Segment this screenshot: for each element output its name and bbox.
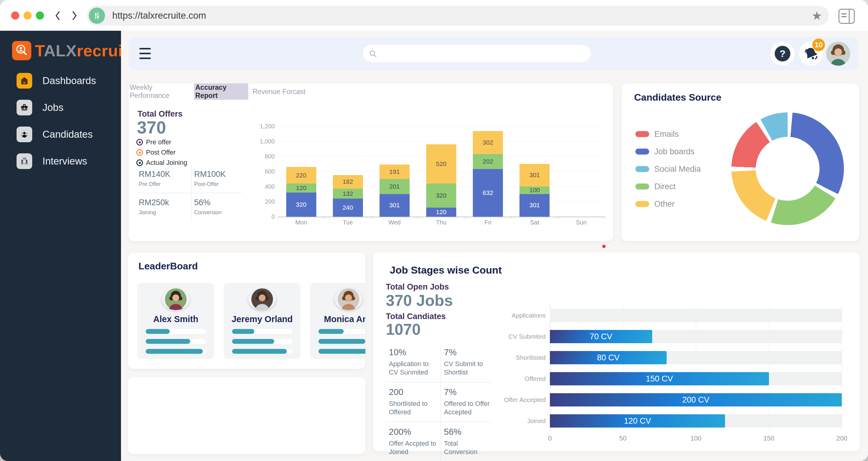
- progress-fill: [318, 329, 344, 334]
- y-axis-tick: 200: [258, 198, 275, 205]
- browser-chrome: ★: [0, 0, 868, 31]
- bar-column-sat: 301100301: [512, 126, 558, 217]
- person-progress-bars: [232, 329, 292, 359]
- hbar-trackwrap: 150 CV: [550, 372, 842, 385]
- radio-pre-offer[interactable]: Pre offer: [136, 138, 187, 146]
- stat-joining: RM250kJoining: [136, 193, 192, 221]
- legend-item-direct[interactable]: Direct: [636, 180, 701, 193]
- x-axis-tick: [278, 217, 278, 219]
- report-tabs: Weekly PerformanceAccuracy ReportRevenue…: [128, 83, 613, 100]
- bar-segment-actual-joining: 520: [426, 144, 456, 183]
- stat-label: Application to CV Sunmited: [389, 360, 439, 377]
- hbar-row-cv-submited: CV Submited70 CV: [496, 326, 842, 347]
- minimize-window-icon[interactable]: [24, 11, 32, 20]
- x-axis-tick-label: 50: [619, 434, 626, 442]
- tab-weekly-performance[interactable]: Weekly Performance: [128, 83, 194, 100]
- hbar-track: [550, 309, 842, 322]
- x-axis-label: Sun: [558, 219, 604, 226]
- help-button[interactable]: ?: [771, 41, 795, 66]
- radio-post-offer[interactable]: Post Offer: [136, 148, 187, 156]
- tab-revenue-forcast[interactable]: Revenue Forcast: [248, 83, 310, 100]
- forward-icon[interactable]: [69, 10, 80, 21]
- search-bar[interactable]: [363, 45, 591, 62]
- x-axis-label: Mon: [278, 219, 324, 226]
- hbar-bar: 120 CV: [550, 414, 725, 428]
- progress-track: [146, 339, 206, 344]
- stat-label: Pre Offer: [139, 181, 191, 188]
- user-avatar[interactable]: [826, 41, 850, 66]
- close-window-icon[interactable]: [11, 11, 19, 20]
- stat-value: RM250k: [139, 198, 191, 207]
- leaderboard-person-alex-smith[interactable]: Alex Smith: [137, 283, 214, 359]
- hbar-trackwrap: [550, 309, 842, 322]
- source-legend: EmailsJob boardsSocial MediaDirectOther: [636, 128, 701, 215]
- hbar-trackwrap: 200 CV: [550, 393, 842, 406]
- stat-value: 56%: [194, 198, 242, 207]
- stat-value: 200%: [389, 427, 439, 437]
- legend-item-job-boards[interactable]: Job boards: [636, 146, 701, 157]
- x-axis-label: Sat: [512, 219, 558, 226]
- legend-swatch: [636, 183, 649, 190]
- site-icon: [89, 7, 105, 24]
- leaderboard-card: LeaderBoard Alex SmithJeremy OrlandMonic…: [128, 253, 365, 369]
- bar-segment-post-offer: 120: [286, 183, 316, 193]
- brand-part-t: T: [35, 41, 44, 60]
- tab-accuracy-report[interactable]: Accuracy Report: [194, 83, 248, 100]
- address-bar[interactable]: ★: [87, 6, 829, 26]
- legend-swatch: [636, 166, 649, 172]
- notifications-button[interactable]: 10: [799, 41, 823, 66]
- bar-segment-post-offer: 132: [333, 189, 363, 199]
- sidebar-item-interviews[interactable]: Interviews: [17, 153, 118, 169]
- progress-track: [318, 349, 365, 354]
- url-input[interactable]: [112, 10, 811, 21]
- total-open-jobs-value: 370 Jobs: [386, 291, 453, 310]
- total-candidates-value: 1070: [386, 320, 421, 338]
- stat-label: CV Submit to Shortlist: [444, 360, 490, 377]
- progress-fill: [146, 349, 203, 354]
- sidebar-item-jobs[interactable]: Jobs: [17, 100, 118, 115]
- x-axis-tick-label: 0: [548, 434, 552, 442]
- bar-column-fri: 632202302: [465, 126, 512, 217]
- stacked-bar: 632202302: [473, 131, 503, 217]
- progress-track: [232, 339, 292, 344]
- brand[interactable]: TALXrecruit: [12, 41, 128, 60]
- legend-item-other[interactable]: Other: [636, 198, 701, 210]
- job-stages-card: Job Stages wise Count Total Open Jobs 37…: [373, 252, 860, 451]
- hbar-trackwrap: 120 CV: [550, 414, 842, 428]
- search-input[interactable]: [381, 49, 591, 58]
- people-icon: [17, 126, 32, 142]
- stat-value: 7%: [444, 347, 490, 357]
- person-name: Monica And: [324, 314, 365, 324]
- hbar-category-label: CV Submited: [496, 333, 550, 340]
- progress-fill: [232, 339, 274, 344]
- sidebar-nav: DashboardsJobsCandidatesInterviews: [17, 73, 118, 180]
- reading-list-panel-icon[interactable]: [838, 9, 855, 24]
- legend-item-emails[interactable]: Emails: [636, 128, 701, 140]
- main-content: ? 10 Weekly Performa: [121, 31, 868, 461]
- person-progress-bars: [318, 329, 365, 359]
- stat-post-offer: RM100KPost-Offer: [192, 165, 242, 193]
- hbar-trackwrap: 80 CV: [550, 351, 842, 364]
- legend-label: Emails: [654, 129, 679, 139]
- progress-track: [232, 349, 292, 354]
- home-icon: [17, 73, 32, 89]
- stacked-bar: 320120220: [286, 167, 316, 217]
- stacked-bar: 301201191: [379, 165, 410, 217]
- stacked-bar: 301100301: [520, 164, 550, 217]
- stat-label: Total Conversion: [444, 439, 490, 456]
- legend-item-social-media[interactable]: Social Media: [636, 163, 701, 175]
- bookmark-star-icon[interactable]: ★: [811, 10, 822, 22]
- x-axis-label: Fri: [465, 219, 512, 226]
- leaderboard-person-jeremy-orland[interactable]: Jeremy Orland: [224, 283, 301, 359]
- offers-stats-grid: RM140KPre OfferRM100KPost-OfferRM250kJoi…: [136, 165, 242, 221]
- sidebar-item-candidates[interactable]: Candidates: [17, 126, 118, 142]
- sidebar-item-label: Candidates: [42, 129, 93, 140]
- traffic-lights: [11, 11, 44, 20]
- menu-icon[interactable]: [140, 48, 151, 59]
- maximize-window-icon[interactable]: [36, 11, 44, 20]
- x-axis-tick-label: 200: [836, 434, 847, 442]
- back-icon[interactable]: [53, 10, 63, 21]
- sidebar-item-dashboards[interactable]: Dashboards: [17, 73, 118, 89]
- leaderboard-person-monica-and[interactable]: Monica And: [310, 283, 365, 359]
- progress-fill: [232, 329, 254, 334]
